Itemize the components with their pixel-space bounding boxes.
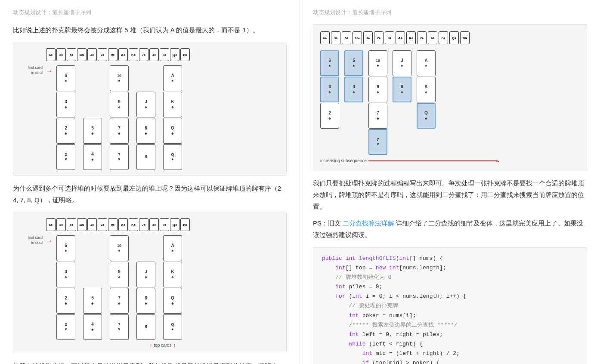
- pile4-card3: 8: [136, 144, 155, 170]
- code-line-2: int[] top = new int[nums.length];: [322, 263, 578, 273]
- diagram-1: 6♠ 3♠ 5♠ 10♠ J♠ 2♠ 9♠ A♠ K♠ 7♠ 4♠ 8♠ Q♠ …: [13, 43, 287, 176]
- diag2-pile-1: 6♠ 3♠ 2♠ 2♥: [56, 235, 75, 340]
- code-line-1: public int lengthOfLIS(int[] nums) {: [322, 254, 578, 263]
- question-text: 为什么遇到多个可选择堆的时候要放到最左边的堆上呢？因为这样可以保证牌堆顶的牌有序…: [13, 182, 287, 206]
- diag2-pile-5: A♠ K♠ Q♠ Q♦: [163, 235, 182, 340]
- card-9a: 9♠: [108, 48, 118, 61]
- card-8a: 8♠: [160, 48, 169, 61]
- pile2-card2: 4♠: [83, 144, 102, 170]
- right-diagram: 6♠ 3♠ 5♠ 10♠ J♠ 2♠ 9♠ A♠ K♠ 7♠ 4♠ 8♠ Q♠ …: [313, 24, 587, 170]
- card-10a: 10♠: [77, 48, 87, 61]
- pile1-card3: 2♠: [56, 118, 75, 144]
- pile4-card1: J♠: [136, 92, 155, 117]
- left-panel: 动态规划设计：最长递增子序列 比如说上述的扑克牌最终会被分成这样 5 堆（我们认…: [0, 0, 300, 364]
- card-Qa: Q♠: [170, 48, 179, 61]
- code-line-5: for (int i = 0; i < nums.length; i++) {: [322, 292, 578, 301]
- card-Ka: K♠: [129, 48, 138, 61]
- code-line-3: // 牌堆数初始化为 0: [322, 273, 578, 282]
- pile-2: 5♠ 4♠: [83, 118, 102, 170]
- card-6: 6♠: [46, 48, 56, 61]
- code-line-7: int poker = nums[i];: [322, 311, 578, 321]
- left-panel-title: 动态规划设计：最长递增子序列: [13, 9, 287, 16]
- code-line-13: if (top[mid] > poker) {: [322, 358, 578, 364]
- pile-1: 6♠ 3♠ 2♠ 2♥: [56, 65, 75, 170]
- pile4-card2: 8♠: [136, 118, 155, 144]
- diagram-2: 6♠ 3♠ 5♠ 10♠ J♠ 2♠ 9♠ A♠ K♠ 7♠ 4♠ 8♠ Q♠ …: [13, 213, 287, 353]
- pile3-card4: 7♥: [110, 144, 129, 170]
- card-0a: 10♦: [180, 48, 190, 61]
- card-5: 5♠: [67, 48, 76, 61]
- right-pile-2: 5♠ 4♠: [344, 50, 363, 102]
- right-panel-title: 动态规划设计：最长递增子序列: [313, 9, 587, 16]
- right-panel: 动态规划设计：最长递增子序列 6♠ 3♠ 5♠ 10♠ J♠ 2♠ 9♠ A♠ …: [300, 0, 600, 364]
- code-block: public int lengthOfLIS(int[] nums) { int…: [313, 247, 587, 364]
- pile1-card1: 6♠: [56, 65, 75, 91]
- diag2-pile-3: 10♠ 9♠ 7♠ 7♥: [110, 235, 129, 340]
- right-pile-3: 10♠ 9♠ 7♠ 7♥: [368, 50, 387, 155]
- code-line-4: int piles = 0;: [322, 282, 578, 292]
- pile-3: 10♠ 9♠ 7♠ 7♥: [110, 65, 129, 170]
- card-3: 3♠: [56, 48, 66, 61]
- right-para1: 我们只要把处理扑克牌的过程编程写出来即可。每次处理一张扑克牌不是要找一个合适的牌…: [313, 177, 587, 212]
- code-line-12: int mid = (left + right) / 2;: [322, 349, 578, 358]
- pile1-card4: 2♥: [56, 144, 75, 170]
- diag2-pile-2: 5♠ 4♠: [83, 288, 102, 340]
- card-Ja: J♠: [87, 48, 97, 61]
- diag2-first-label: first card: [28, 235, 43, 240]
- right-pile-4: J♠ 8♠: [393, 50, 411, 102]
- pile5-card1: A♠: [163, 65, 182, 91]
- card-4a: 4♠: [149, 48, 159, 61]
- conclusion-text: 按照上述规则执行，可以算出最长递增子序列，牌的堆数就是最长递增子序列的长度，证明…: [13, 360, 287, 364]
- pile-4: J♠ 8♠ 8: [136, 92, 155, 170]
- card-Aa: A♠: [118, 48, 128, 61]
- pile-5: A♠ K♠ Q♠ Q♦: [163, 65, 182, 170]
- code-line-11: while (left < right) {: [322, 339, 578, 349]
- right-pile-5: A♠ K♠ Q♠: [417, 50, 436, 129]
- diag2-pile-4: J♠ 8♠ 8: [136, 262, 155, 340]
- pile3-card3: 7♠: [110, 118, 129, 144]
- intro-text: 比如说上述的扑克牌最终会被分成这样 5 堆（我们认为 A 的值是最大的，而不是 …: [13, 24, 287, 36]
- pile3-card1: 10♠: [110, 65, 129, 91]
- ps-link[interactable]: 二分查找算法详解: [343, 219, 394, 227]
- to-deal-label: to deal: [31, 71, 43, 75]
- diag2-to-deal-label: to deal: [31, 241, 43, 245]
- pile1-card2: 3♠: [56, 92, 75, 117]
- subseq-label: increasing subsequence: [320, 158, 367, 163]
- pile5-card2: K♠: [163, 92, 182, 117]
- code-line-10: int left = 0, right = piles;: [322, 330, 578, 339]
- pile3-card2: 9♠: [110, 92, 129, 117]
- top-cards-label: top cards: [154, 343, 171, 348]
- ps-text: PS：旧文: [313, 219, 341, 227]
- first-card-label: first card: [28, 65, 43, 70]
- code-line-6: // 要处理的扑克牌: [322, 301, 578, 311]
- pile5-card4: Q♦: [163, 144, 182, 170]
- ps-block: PS：旧文 二分查找算法详解 详细介绍了二分查找的细节及变体，这里就完美应用上了…: [313, 217, 587, 241]
- pile2-card1: 5♠: [83, 118, 102, 144]
- card-2a: 2♠: [98, 48, 107, 61]
- pile5-card3: Q♠: [163, 118, 182, 144]
- right-pile-1: 6♠ 3♠ 2♠: [320, 50, 339, 129]
- card-7a: 7♠: [139, 48, 148, 61]
- code-line-9: /***** 搜索左侧边界的二分查找 *****/: [322, 321, 578, 330]
